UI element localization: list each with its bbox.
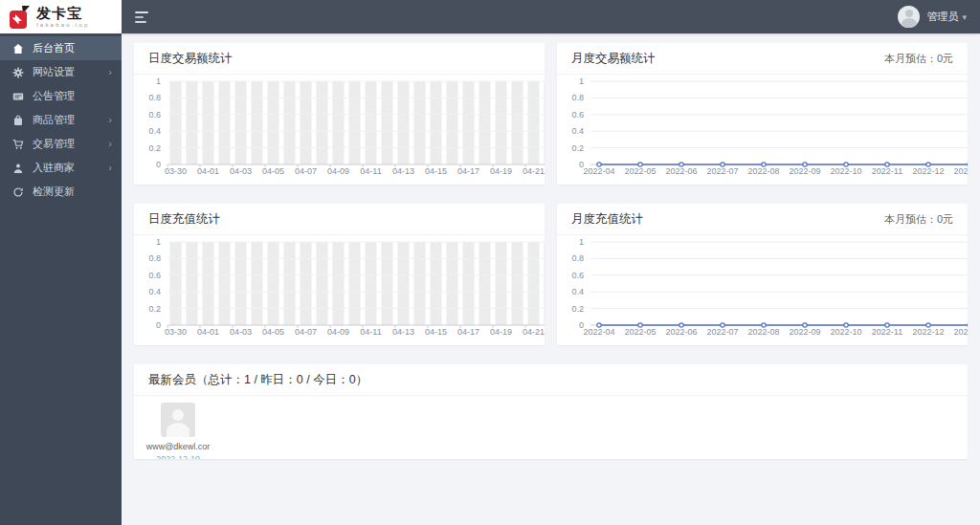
daily-recharge-chart[interactable]: 03-3004-0104-0304-0504-0704-0904-1104-13…: [134, 235, 545, 344]
member-item[interactable]: www@dkewl.cor 2022-12-19: [144, 403, 212, 459]
svg-text:0.8: 0.8: [571, 93, 584, 102]
svg-text:04-11: 04-11: [360, 327, 381, 337]
sidebar-item-products[interactable]: 商品管理 ›: [0, 108, 122, 132]
topbar: 管理员 ▾: [122, 0, 980, 33]
svg-text:04-11: 04-11: [360, 166, 381, 176]
svg-text:0: 0: [579, 160, 584, 169]
gear-icon: [12, 67, 24, 78]
card-latest-members: 最新会员（总计：1 / 昨日：0 / 今日：0） www@dkewl.cor 2…: [134, 364, 968, 459]
brand-logo[interactable]: 发卡宝 fakabao.top: [0, 0, 122, 33]
svg-text:04-19: 04-19: [490, 166, 512, 176]
svg-text:0.2: 0.2: [148, 143, 161, 153]
svg-text:03-30: 03-30: [165, 327, 187, 337]
main-content: 日度交易额统计 03-3004-0104-0304-0504-0704-0904…: [122, 33, 980, 525]
sidebar-item-dashboard[interactable]: 后台首页: [0, 36, 122, 60]
card-monthly-trade: 月度交易额统计 本月预估：0元 2022-042022-052022-06202…: [557, 43, 968, 185]
user-avatar: [898, 6, 920, 28]
svg-text:04-05: 04-05: [262, 166, 284, 176]
member-avatar: [161, 403, 195, 437]
svg-text:1: 1: [579, 77, 584, 86]
svg-text:2022-05: 2022-05: [624, 327, 656, 337]
svg-text:0.6: 0.6: [571, 271, 584, 280]
svg-text:1: 1: [156, 77, 161, 86]
svg-text:2022-04: 2022-04: [583, 327, 614, 337]
svg-text:0.2: 0.2: [148, 304, 161, 314]
svg-text:2022-10: 2022-10: [830, 166, 861, 176]
svg-text:04-09: 04-09: [327, 166, 349, 176]
card-title: 日度交易额统计: [148, 51, 233, 67]
svg-text:0.8: 0.8: [148, 253, 161, 263]
members-list: www@dkewl.cor 2022-12-19: [134, 396, 968, 459]
monthly_trade-canvas: 2022-042022-052022-062022-072022-082022-…: [557, 75, 968, 184]
sidebar-item-label: 网站设置: [33, 65, 75, 79]
svg-text:04-01: 04-01: [197, 327, 219, 337]
members-row: 最新会员（总计：1 / 昨日：0 / 今日：0） www@dkewl.cor 2…: [134, 364, 968, 459]
monthly-estimate-label: 本月预估：0元: [884, 52, 953, 66]
card-title: 月度充值统计: [571, 211, 643, 228]
menu-toggle-icon[interactable]: [135, 11, 152, 24]
svg-text:0.8: 0.8: [148, 93, 161, 102]
svg-text:04-13: 04-13: [392, 166, 414, 176]
svg-text:2022-06: 2022-06: [665, 166, 697, 176]
svg-text:04-07: 04-07: [295, 327, 317, 337]
svg-text:04-17: 04-17: [457, 327, 479, 337]
daily_trade-canvas: 03-3004-0104-0304-0504-0704-0904-1104-13…: [134, 75, 545, 184]
svg-text:04-01: 04-01: [197, 166, 219, 176]
chevron-down-icon: ▾: [962, 12, 967, 22]
sidebar-item-site-settings[interactable]: 网站设置 ›: [0, 60, 122, 84]
chevron-right-icon: ›: [108, 138, 112, 149]
member-register-date: 2022-12-19: [156, 454, 200, 459]
brand-logo-icon: [9, 5, 32, 30]
daily-trade-chart[interactable]: 03-3004-0104-0304-0504-0704-0904-1104-13…: [134, 75, 545, 184]
user-menu[interactable]: 管理员 ▾: [898, 6, 967, 28]
svg-text:2022-08: 2022-08: [747, 166, 779, 176]
svg-text:2023-01: 2023-01: [953, 327, 968, 337]
svg-text:0.4: 0.4: [571, 126, 584, 136]
svg-text:2022-07: 2022-07: [706, 166, 738, 176]
svg-text:04-21: 04-21: [523, 327, 545, 337]
daily_recharge-canvas: 03-3004-0104-0304-0504-0704-0904-1104-13…: [134, 235, 545, 344]
home-icon: [12, 43, 24, 55]
svg-text:0.2: 0.2: [571, 304, 584, 314]
sidebar-item-label: 商品管理: [33, 113, 75, 127]
svg-text:2023-01: 2023-01: [953, 166, 968, 176]
charts-row-2: 日度充值统计 03-3004-0104-0304-0504-0704-0904-…: [134, 204, 968, 345]
card-daily-recharge: 日度充值统计 03-3004-0104-0304-0504-0704-0904-…: [134, 204, 545, 345]
monthly-trade-chart[interactable]: 2022-042022-052022-062022-072022-082022-…: [557, 75, 968, 184]
card-header: 日度充值统计: [134, 204, 545, 235]
card-daily-trade: 日度交易额统计 03-3004-0104-0304-0504-0704-0904…: [134, 43, 545, 185]
sidebar-item-label: 交易管理: [33, 137, 75, 151]
card-title: 日度充值统计: [148, 211, 220, 228]
svg-text:0: 0: [156, 160, 161, 169]
chevron-right-icon: ›: [108, 66, 112, 77]
sidebar-item-transactions[interactable]: 交易管理 ›: [0, 132, 122, 156]
card-header: 月度交易额统计 本月预估：0元: [557, 43, 968, 75]
svg-text:04-05: 04-05: [262, 327, 284, 337]
svg-text:04-03: 04-03: [230, 166, 252, 176]
svg-text:2022-09: 2022-09: [789, 166, 820, 176]
merchant-icon: [12, 163, 24, 174]
svg-text:04-17: 04-17: [457, 166, 479, 176]
svg-text:2022-09: 2022-09: [789, 327, 820, 337]
sidebar-item-label: 检测更新: [33, 185, 75, 199]
svg-text:04-15: 04-15: [425, 166, 447, 176]
sidebar-item-label: 后台首页: [33, 41, 75, 55]
sidebar-item-merchants[interactable]: 入驻商家 ›: [0, 156, 122, 180]
svg-text:04-09: 04-09: [327, 327, 349, 337]
sidebar-menu: 后台首页 网站设置 › 公告管理 商品管理 ›: [0, 33, 122, 204]
svg-text:0: 0: [156, 320, 161, 330]
monthly-recharge-chart[interactable]: 2022-042022-052022-062022-072022-082022-…: [557, 235, 968, 344]
sidebar-item-check-update[interactable]: 检测更新: [0, 180, 122, 204]
svg-text:2022-12: 2022-12: [912, 327, 944, 337]
svg-text:0.2: 0.2: [571, 143, 584, 153]
monthly-estimate-label: 本月预估：0元: [884, 212, 953, 227]
svg-text:04-15: 04-15: [425, 327, 447, 337]
chevron-right-icon: ›: [108, 114, 112, 125]
svg-text:2022-11: 2022-11: [872, 166, 902, 176]
chevron-right-icon: ›: [108, 162, 112, 173]
svg-text:04-21: 04-21: [523, 166, 545, 176]
svg-text:2022-12: 2022-12: [912, 166, 944, 176]
svg-text:0.8: 0.8: [571, 253, 584, 263]
sidebar-item-announcements[interactable]: 公告管理: [0, 84, 122, 108]
svg-text:2022-11: 2022-11: [872, 327, 902, 337]
